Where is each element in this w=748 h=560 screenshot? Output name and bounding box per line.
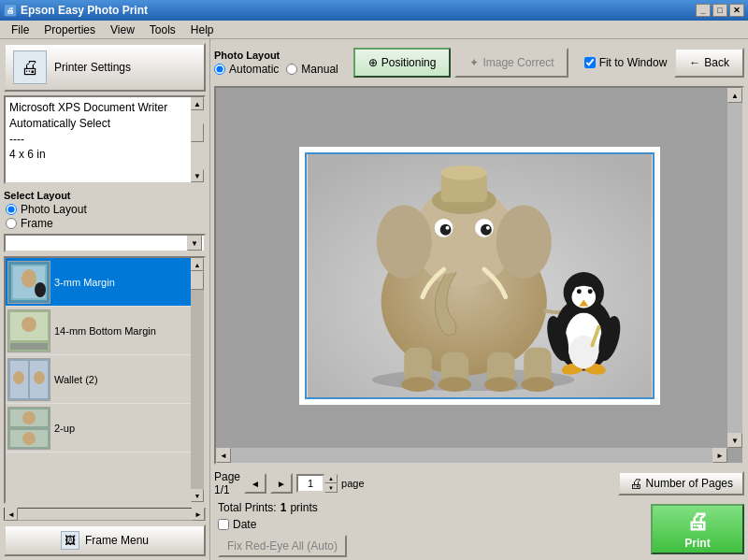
fix-redeye-label: Fix Red-Eye All (Auto) [227,539,338,553]
preview-v-scrollbar: ▲ ▼ [727,88,742,448]
radio-photo-layout-input[interactable] [6,204,17,215]
svg-point-33 [440,165,486,179]
svg-point-18 [22,432,36,445]
layout-item-14mm[interactable]: 14-mm Bottom Margin [6,307,191,355]
svg-point-29 [445,225,449,229]
print-label: Print [684,537,710,550]
title-bar-left: 🖨 Epson Easy Photo Print [4,4,148,17]
positioning-tab[interactable]: ⊕ Positioning [353,48,452,78]
page-spin-up[interactable]: ▲ [324,474,338,483]
page-spin-down[interactable]: ▼ [324,483,338,493]
fit-to-window-checkbox[interactable] [584,57,596,68]
close-button[interactable]: ✕ [729,4,744,17]
layout-scroll-up[interactable]: ▲ [191,258,204,271]
combo-dropdown-arrow[interactable]: ▼ [187,236,202,251]
printer-icon: 🖨 [13,50,47,84]
total-prints-value: 1 [280,501,287,514]
preview-scroll-down[interactable]: ▼ [727,433,742,448]
svg-point-4 [35,282,46,297]
svg-point-48 [576,289,581,294]
radio-frame-label: Frame [21,217,53,230]
page-number-input[interactable] [296,474,324,493]
svg-point-40 [483,377,516,392]
printer-small-icon: 🖨 [629,476,642,491]
scroll-thumb[interactable] [191,123,204,142]
layout-list-scrollbar: ▲ ▼ [191,258,204,502]
svg-rect-7 [10,343,48,350]
layout-scroll-thumb[interactable] [191,271,204,290]
svg-point-41 [521,377,554,392]
prev-page-button[interactable]: ◄ [244,473,266,494]
layout-h-scrollbar: ◄ ► [4,508,206,521]
page-of-label: page [341,478,364,489]
radio-manual-label: Manual [301,63,338,76]
radio-frame-input[interactable] [6,218,17,229]
preview-h-scroll-right[interactable]: ► [712,448,727,463]
number-of-pages-label: Number of Pages [646,477,733,490]
radio-manual-input[interactable] [286,64,297,75]
page-controls: Page 1/1 ◄ ► ▲ ▼ page 🖨 Number of Pages [214,468,744,498]
printer-settings-button[interactable]: 🖨 Printer Settings [4,43,206,92]
fix-redeye-button[interactable]: Fix Red-Eye All (Auto) [218,535,347,557]
preview-h-scroll-left[interactable]: ◄ [216,448,231,463]
layout-scroll-down[interactable]: ▼ [191,489,204,502]
h-scroll-left[interactable]: ◄ [5,508,18,521]
h-scroll-right[interactable]: ► [192,508,205,521]
layout-name-wallet: Wallet (2) [54,374,98,385]
svg-point-38 [401,377,434,392]
radio-frame[interactable]: Frame [6,217,206,230]
svg-point-30 [485,225,489,229]
radio-automatic-input[interactable] [214,64,225,75]
preview-inner [224,96,734,454]
scroll-up-arrow[interactable]: ▲ [191,97,204,110]
printer-info-box: Microsoft XPS Document Writer Automatica… [4,95,206,184]
back-button[interactable]: ← Back [674,48,744,78]
layout-combo[interactable]: ▼ [4,234,206,252]
select-layout-label: Select Layout [4,190,206,201]
window-controls: _ □ ✕ [696,4,744,17]
positioning-label: Positioning [381,56,437,69]
menu-file[interactable]: File [4,22,36,38]
svg-point-27 [439,223,451,235]
layout-list: 3-mm Margin 14-mm Bottom Margin [6,258,191,502]
printer-select: Automatically Select [9,116,187,132]
next-page-button[interactable]: ► [270,473,293,494]
fit-to-window-label: Fit to Window [599,56,668,69]
svg-point-17 [22,411,36,424]
date-checkbox[interactable] [218,519,229,530]
right-panel: Photo Layout Automatic Manual ⊕ Position… [210,39,748,560]
image-correct-label: Image Correct [482,56,554,69]
svg-point-49 [587,289,592,294]
app-icon: 🖨 [4,4,17,17]
photo-frame [297,145,662,407]
layout-name-3mm: 3-mm Margin [54,277,115,288]
menu-tools[interactable]: Tools [142,22,183,38]
preview-area: ▲ ▼ ◄ ► [214,86,744,465]
maximize-button[interactable]: □ [712,4,727,17]
svg-point-28 [480,223,491,235]
radio-manual[interactable]: Manual [286,63,338,76]
number-of-pages-button[interactable]: 🖨 Number of Pages [618,471,744,495]
left-panel: 🖨 Printer Settings Microsoft XPS Documen… [0,39,210,560]
layout-item-wallet[interactable]: Wallet (2) [6,355,191,404]
svg-point-12 [13,371,24,384]
menu-help[interactable]: Help [183,22,222,38]
date-label: Date [233,518,256,531]
frame-menu-button[interactable]: 🖼 Frame Menu [4,524,206,556]
radio-automatic[interactable]: Automatic [214,63,279,76]
preview-scroll-up[interactable]: ▲ [727,88,742,103]
menu-properties[interactable]: Properties [36,22,103,38]
photo-inner [305,152,654,399]
minimize-button[interactable]: _ [696,4,711,17]
image-correct-icon: ✦ [469,56,479,69]
printer-size: 4 x 6 in [9,147,187,163]
radio-photo-layout[interactable]: Photo Layout [6,203,206,216]
layout-item-2up[interactable]: 2-up [6,404,191,452]
frame-icon: 🖼 [61,531,79,550]
print-button[interactable]: 🖨 Print [651,504,744,554]
menu-view[interactable]: View [103,22,142,38]
image-correct-tab[interactable]: ✦ Image Correct [454,48,568,78]
fit-to-window-checkbox-label[interactable]: Fit to Window [584,56,668,69]
scroll-down-arrow[interactable]: ▼ [191,169,204,182]
layout-item-3mm[interactable]: 3-mm Margin [6,258,191,307]
